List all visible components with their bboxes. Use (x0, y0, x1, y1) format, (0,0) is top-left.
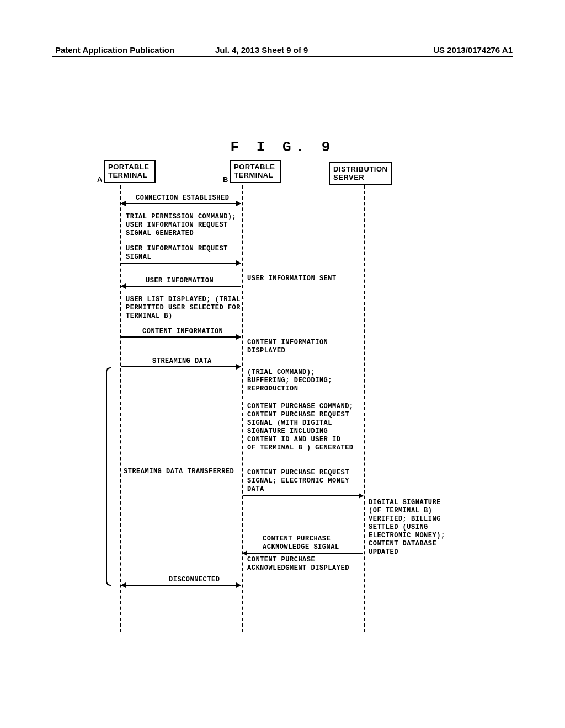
arrow-disc-right (121, 585, 241, 586)
actor-server: DISTRIBUTION SERVER (329, 162, 392, 185)
msg-content-info-disp: CONTENT INFORMATION DISPLAYED (247, 339, 328, 355)
msg-disconnected: DISCONNECTED (169, 576, 220, 584)
msg-connection-established: CONNECTION ESTABLISHED (136, 194, 229, 202)
actor-b-sub: B (223, 175, 228, 184)
msg-trial-permission: TRIAL PERMISSION COMMAND); USER INFORMAT… (126, 213, 236, 238)
arrow-user-info (121, 286, 241, 287)
actor-terminal-b: PORTABLE TERMINAL (230, 160, 281, 183)
msg-content-info: CONTENT INFORMATION (142, 328, 223, 336)
actor-terminal-a: PORTABLE TERMINAL (104, 160, 156, 183)
arrow-content-info (121, 336, 241, 338)
msg-trial-cmd: (TRIAL COMMAND); BUFFERING; DECODING; RE… (247, 368, 332, 393)
header-left: Patent Application Publication (55, 45, 174, 55)
header-right: US 2013/0174276 A1 (433, 45, 513, 55)
lifeline-a (120, 185, 121, 632)
lifeline-b (242, 185, 243, 632)
msg-purchase-req: CONTENT PURCHASE REQUEST SIGNAL; ELECTRO… (247, 469, 349, 494)
msg-user-info-sent: USER INFORMATION SENT (247, 275, 337, 283)
header-rule (52, 56, 513, 57)
actor-a-sub: A (97, 175, 103, 184)
msg-user-list: USER LIST DISPLAYED; (TRIAL- PERMITTED U… (126, 296, 245, 320)
arrow-ack (243, 553, 363, 554)
arrow-user-info-req (121, 263, 241, 264)
msg-user-info-req: USER INFORMATION REQUEST SIGNAL (126, 245, 228, 261)
sequence-diagram: PORTABLE TERMINAL A PORTABLE TERMINAL B … (0, 160, 565, 645)
msg-server-verify: DIGITAL SIGNATURE (OF TERMINAL B) VERIFI… (369, 499, 445, 556)
msg-user-info: USER INFORMATION (146, 277, 214, 285)
arrow-conn-right (121, 203, 241, 204)
arrow-streaming (121, 366, 241, 367)
msg-streaming: STREAMING DATA (152, 357, 212, 366)
lifeline-server (364, 185, 365, 632)
header-mid: Jul. 4, 2013 Sheet 9 of 9 (215, 45, 308, 55)
loop-brace (106, 367, 111, 586)
msg-ack-disp: CONTENT PURCHASE ACKNOWLEDGMENT DISPLAYE… (247, 556, 349, 572)
msg-purchase-cmd: CONTENT PURCHASE COMMAND; CONTENT PURCHA… (247, 403, 354, 452)
arrow-purchase-req (243, 495, 363, 496)
msg-streaming-transferred: STREAMING DATA TRANSFERRED (124, 468, 234, 476)
figure-title: F I G. 9 (0, 139, 565, 156)
msg-ack-signal: CONTENT PURCHASE ACKNOWLEDGE SIGNAL (263, 535, 339, 552)
